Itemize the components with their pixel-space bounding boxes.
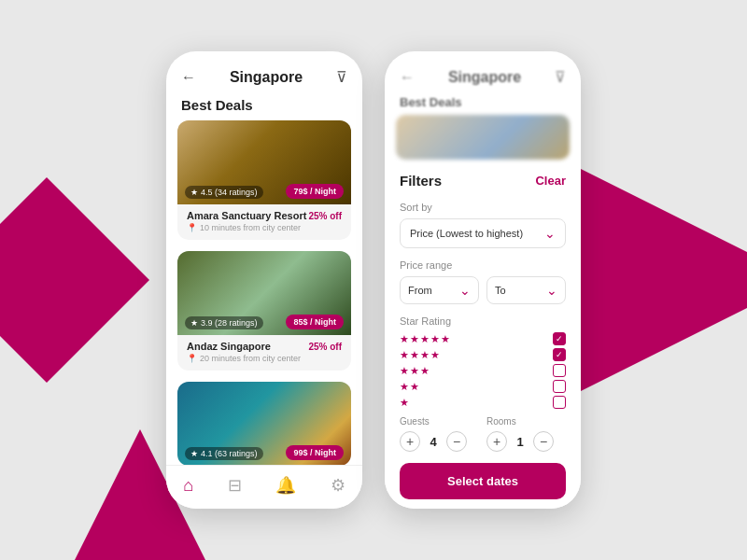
location-icon: 📍 bbox=[187, 223, 197, 232]
right-phone: ← Singapore ⊽ Best Deals Filters Clear S… bbox=[385, 51, 581, 509]
to-select[interactable]: To ⌄ bbox=[486, 276, 566, 304]
nav-home-button[interactable]: ⌂ bbox=[183, 476, 193, 496]
bg-shape-left bbox=[0, 177, 149, 383]
hotel-info-1: Amara Sanctuary Resort 25% off 📍 10 minu… bbox=[177, 204, 351, 240]
star-row-3: ★★★ bbox=[400, 364, 566, 377]
star-checkbox-5[interactable] bbox=[553, 332, 566, 345]
hotel-card-2[interactable]: ★ 3.9 (28 ratings) 85$ / Night Andaz Sin… bbox=[177, 251, 351, 371]
hotel-price-3: 99$ / Night bbox=[286, 445, 344, 460]
location-icon: 📍 bbox=[187, 354, 197, 363]
right-phone-header: ← Singapore ⊽ bbox=[385, 51, 581, 93]
hotels-list: ★ 4.5 (34 ratings) 79$ / Night Amara San… bbox=[166, 120, 362, 465]
price-range-row: From ⌄ To ⌄ bbox=[400, 276, 566, 304]
right-back-icon: ← bbox=[400, 69, 415, 86]
stars-4: ★★★★ bbox=[400, 349, 441, 361]
rooms-minus-button[interactable]: − bbox=[533, 431, 554, 452]
hotel-image-3: ★ 4.1 (63 ratings) 99$ / Night bbox=[177, 382, 351, 465]
select-dates-button[interactable]: Select dates bbox=[400, 463, 566, 499]
rooms-counter: + 1 − bbox=[486, 431, 566, 452]
star-icon: ★ bbox=[190, 449, 198, 458]
star-checkbox-2[interactable] bbox=[553, 380, 566, 393]
price-range-label: Price range bbox=[400, 259, 566, 271]
page-title: Singapore bbox=[230, 69, 303, 86]
section-title: Best Deals bbox=[166, 93, 362, 120]
phones-container: ← Singapore ⊽ Best Deals ★ 4.5 (34 ratin… bbox=[166, 51, 581, 509]
right-filter-button[interactable]: ⊽ bbox=[555, 68, 566, 86]
hotel-price-1: 79$ / Night bbox=[286, 184, 344, 199]
guests-minus-button[interactable]: + bbox=[400, 431, 420, 452]
hotel-img-overlay-3: ★ 4.1 (63 ratings) 99$ / Night bbox=[177, 441, 351, 465]
to-label: To bbox=[495, 285, 506, 296]
rooms-section: Rooms + 1 − bbox=[486, 416, 566, 452]
hotel-name-2: Andaz Singapore bbox=[187, 341, 271, 352]
back-icon: ← bbox=[181, 69, 196, 86]
rooms-label: Rooms bbox=[486, 416, 566, 427]
hotel-location-2: 📍 20 minutes from city center bbox=[187, 354, 342, 363]
from-select[interactable]: From ⌄ bbox=[400, 276, 479, 304]
hotel-discount-1: 25% off bbox=[308, 211, 342, 221]
guests-rooms-row: Guests + 4 − Rooms + 1 − bbox=[400, 416, 566, 452]
right-page-title: Singapore bbox=[448, 69, 521, 86]
bell-icon: 🔔 bbox=[275, 475, 296, 496]
filter-icon: ⊽ bbox=[336, 68, 347, 86]
hotel-name-row-1: Amara Sanctuary Resort 25% off bbox=[187, 210, 342, 221]
rooms-plus-button[interactable]: + bbox=[486, 431, 507, 452]
nav-bell-button[interactable]: 🔔 bbox=[275, 475, 296, 496]
hotel-location-1: 📍 10 minutes from city center bbox=[187, 223, 342, 232]
best-deals-blur: Best Deals bbox=[385, 93, 581, 115]
left-phone-header: ← Singapore ⊽ bbox=[166, 51, 362, 93]
chevron-down-icon: ⌄ bbox=[544, 226, 556, 241]
guests-plus-button[interactable]: − bbox=[446, 431, 467, 452]
bg-shape-right bbox=[560, 159, 747, 401]
stars-5: ★★★★★ bbox=[400, 333, 451, 345]
right-back-button[interactable]: ← bbox=[400, 69, 415, 86]
hotel-rating-1: ★ 4.5 (34 ratings) bbox=[185, 186, 263, 199]
filter-header-row: Filters Clear bbox=[400, 173, 566, 189]
hotel-image-1: ★ 4.5 (34 ratings) 79$ / Night bbox=[177, 120, 351, 204]
star-checkbox-3[interactable] bbox=[553, 364, 566, 377]
nav-settings-button[interactable]: ⚙ bbox=[331, 475, 345, 496]
nav-bookmark-button[interactable]: ⊟ bbox=[228, 475, 242, 496]
hotel-card-3[interactable]: ★ 4.1 (63 ratings) 99$ / Night bbox=[177, 382, 351, 465]
hotel-name-1: Amara Sanctuary Resort bbox=[187, 210, 306, 221]
guests-label: Guests bbox=[400, 416, 479, 427]
star-row-5: ★★★★★ bbox=[400, 332, 566, 345]
hotel-name-row-2: Andaz Singapore 25% off bbox=[187, 341, 342, 352]
hotel-rating-2: ★ 3.9 (28 ratings) bbox=[185, 316, 263, 329]
star-row-4: ★★★★ bbox=[400, 348, 566, 361]
hotel-card-1[interactable]: ★ 4.5 (34 ratings) 79$ / Night Amara San… bbox=[177, 120, 351, 240]
hotel-price-2: 85$ / Night bbox=[286, 315, 344, 329]
to-chevron-icon: ⌄ bbox=[546, 283, 557, 298]
star-checkbox-4[interactable] bbox=[553, 348, 566, 361]
stars-1: ★ bbox=[400, 397, 410, 409]
star-icon: ★ bbox=[190, 188, 198, 197]
bookmark-icon: ⊟ bbox=[228, 475, 242, 496]
hotel-rating-3: ★ 4.1 (63 ratings) bbox=[185, 447, 263, 460]
sort-select-value: Price (Lowest to highest) bbox=[410, 228, 523, 239]
rooms-count: 1 bbox=[513, 435, 528, 449]
back-button[interactable]: ← bbox=[181, 69, 196, 86]
stars-3: ★★★ bbox=[400, 365, 430, 377]
hotel-image-2: ★ 3.9 (28 ratings) 85$ / Night bbox=[177, 251, 351, 335]
star-rating-label: Star Rating bbox=[400, 315, 566, 327]
filter-sheet: Filters Clear Sort by Price (Lowest to h… bbox=[385, 160, 581, 509]
filter-button[interactable]: ⊽ bbox=[336, 68, 347, 86]
from-label: From bbox=[408, 285, 432, 296]
guests-counter: + 4 − bbox=[400, 431, 479, 452]
right-filter-icon: ⊽ bbox=[555, 68, 566, 86]
guests-count: 4 bbox=[426, 435, 441, 449]
star-rating-rows: ★★★★★ ★★★★ ★★★ ★★ bbox=[400, 332, 566, 409]
hotel-info-2: Andaz Singapore 25% off 📍 20 minutes fro… bbox=[177, 335, 351, 371]
stars-2: ★★ bbox=[400, 381, 420, 393]
hotel-discount-2: 25% off bbox=[308, 342, 342, 352]
star-rating-section: Star Rating ★★★★★ ★★★★ ★★★ bbox=[400, 314, 566, 409]
star-row-2: ★★ bbox=[400, 380, 566, 393]
filter-clear-button[interactable]: Clear bbox=[535, 174, 566, 188]
left-phone: ← Singapore ⊽ Best Deals ★ 4.5 (34 ratin… bbox=[166, 51, 362, 509]
sort-by-label: Sort by bbox=[400, 202, 566, 213]
from-chevron-icon: ⌄ bbox=[459, 283, 471, 298]
hotel-img-blur bbox=[396, 115, 570, 160]
settings-icon: ⚙ bbox=[331, 475, 345, 496]
star-checkbox-1[interactable] bbox=[553, 396, 566, 409]
sort-select-row[interactable]: Price (Lowest to highest) ⌄ bbox=[400, 218, 566, 248]
